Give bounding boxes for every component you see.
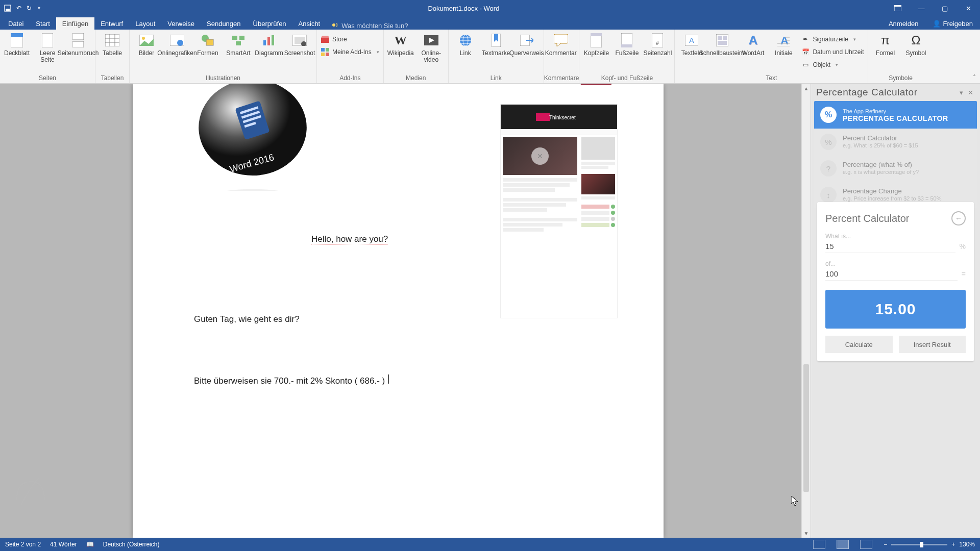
doc-text-bitte: Bitte überweisen sie 700.- mit 2% Skonto… (194, 374, 389, 386)
web-layout-view[interactable] (860, 540, 872, 549)
group-kommentare: Kommentar Kommentare (544, 30, 580, 83)
textmarke-button[interactable]: Textmarke (482, 32, 510, 71)
save-icon[interactable] (4, 5, 11, 12)
ribbon-display-options-icon[interactable] (886, 0, 910, 16)
calculate-button[interactable]: Calculate (825, 336, 893, 353)
back-button[interactable]: ← (951, 211, 966, 226)
percent-suffix: % (960, 242, 966, 251)
group-label: Seiten (0, 73, 95, 83)
meine-addins-button[interactable]: Meine Add-Ins▾ (320, 46, 380, 58)
svg-rect-3 (894, 5, 901, 7)
tab-layout[interactable]: Layout (129, 17, 161, 30)
svg-rect-48 (723, 36, 727, 40)
close-button[interactable]: ✕ (957, 0, 980, 16)
zoom-out-button[interactable]: − (884, 541, 887, 548)
wikipedia-button[interactable]: WWikipedia (387, 32, 414, 71)
tab-start[interactable]: Start (30, 17, 56, 30)
tab-datei[interactable]: Datei (2, 17, 30, 30)
svg-rect-49 (718, 41, 727, 45)
read-mode-view[interactable] (813, 540, 825, 549)
sign-in-button[interactable]: Anmelden (881, 18, 926, 30)
equals-suffix: = (962, 270, 966, 278)
insert-result-button[interactable]: Insert Result (899, 336, 966, 353)
zoom-slider[interactable] (891, 544, 947, 545)
screenshot-button[interactable]: Screenshot (286, 32, 313, 71)
store-icon (321, 35, 329, 43)
svg-rect-28 (326, 48, 329, 52)
kopfzeile-button[interactable]: Kopfzeile (582, 32, 610, 71)
svg-rect-17 (232, 36, 237, 40)
spellcheck-icon[interactable]: 📖 (86, 541, 94, 548)
wordart-button[interactable]: AWordArt (739, 32, 767, 71)
scroll-down-arrow[interactable]: ▼ (802, 529, 811, 538)
smartart-button[interactable]: SmartArt (225, 32, 252, 71)
deckblatt-button[interactable]: Deckblatt (3, 32, 31, 71)
group-seiten: Deckblatt Leere Seite Seitenumbruch Seit… (0, 30, 95, 83)
print-layout-view[interactable] (837, 540, 849, 549)
fusszeile-button[interactable]: Fußzeile (613, 32, 641, 71)
seitenzahl-button[interactable]: #Seitenzahl (644, 32, 671, 71)
option-what-percent-of[interactable]: ? Percentage (what % of)e.g. x is what p… (814, 155, 977, 182)
whatis-input[interactable] (825, 240, 955, 253)
thinksecret-logo (536, 113, 582, 121)
redo-icon[interactable]: ↻ (27, 5, 32, 12)
ribbon: Deckblatt Leere Seite Seitenumbruch Seit… (0, 30, 980, 84)
zoom-level[interactable]: 130% (959, 541, 975, 548)
tab-ansicht[interactable]: Ansicht (292, 17, 327, 30)
status-language[interactable]: Deutsch (Österreich) (103, 541, 160, 548)
undo-icon[interactable]: ↶ (16, 5, 21, 12)
pane-close-icon[interactable]: ✕ (966, 89, 975, 96)
objekt-button[interactable]: ▭Objekt▾ (800, 59, 865, 70)
pane-options-icon[interactable]: ▾ (957, 89, 966, 96)
onlinevideo-button[interactable]: Online-video (418, 32, 445, 71)
scroll-thumb[interactable] (803, 364, 809, 492)
tab-entwurf[interactable]: Entwurf (94, 17, 129, 30)
tabelle-button[interactable]: Tabelle (99, 32, 126, 71)
tab-einfuegen[interactable]: Einfügen (56, 17, 94, 30)
svg-text:#: # (656, 40, 659, 46)
store-button[interactable]: Store (320, 34, 380, 45)
option-percent-calculator[interactable]: % Percent Calculatore.g. What is 25% of … (814, 129, 977, 155)
initiale-button[interactable]: AInitiale (770, 32, 797, 71)
qat-dropdown-icon[interactable]: ▼ (37, 6, 41, 11)
svg-rect-1 (6, 9, 10, 11)
schnellbausteine-button[interactable]: Schnellbausteine (708, 32, 736, 71)
document-area[interactable]: Word 2016 Hello, how are you? Guten Tag,… (0, 84, 801, 538)
svg-rect-41 (621, 44, 632, 47)
kommentar-button[interactable]: Kommentar (547, 32, 575, 71)
status-words[interactable]: 41 Wörter (50, 541, 77, 548)
svg-rect-29 (321, 53, 325, 56)
group-medien: WWikipedia Online-video Medien (384, 30, 449, 83)
onlinegrafiken-button[interactable]: Onlinegrafiken (163, 32, 191, 71)
svg-point-12 (142, 37, 145, 40)
maximize-button[interactable]: ▢ (933, 0, 957, 16)
symbol-button[interactable]: ΩSymbol (902, 32, 929, 71)
collapse-ribbon-icon[interactable]: ˄ (973, 74, 976, 81)
minimize-button[interactable]: — (910, 0, 933, 16)
tab-verweise[interactable]: Verweise (161, 17, 201, 30)
scroll-up-arrow[interactable]: ▲ (802, 84, 811, 93)
status-page[interactable]: Seite 2 von 2 (5, 541, 41, 548)
zoom-in-button[interactable]: + (951, 541, 955, 548)
bilder-button[interactable]: Bilder (133, 32, 160, 71)
tell-me-search[interactable]: Was möchten Sie tun? (331, 22, 408, 30)
link-button[interactable]: Link (452, 32, 479, 71)
tab-ueberpruefen[interactable]: Überprüfen (247, 17, 292, 30)
share-button[interactable]: 👤Freigeben (925, 18, 980, 30)
formel-button[interactable]: πFormel (871, 32, 899, 71)
svg-rect-7 (42, 33, 53, 47)
tell-me-placeholder: Was möchten Sie tun? (341, 22, 408, 30)
querverweis-button[interactable]: Querverweis (513, 32, 541, 71)
seitenumbruch-button[interactable]: Seitenumbruch (64, 32, 92, 71)
svg-rect-22 (272, 35, 274, 45)
tab-sendungen[interactable]: Sendungen (201, 17, 247, 30)
vertical-scrollbar[interactable]: ▲ ▼ (801, 84, 811, 538)
title-bar: ↶ ↻ ▼ Dokument1.docx - Word — ▢ ✕ (0, 0, 980, 16)
group-tabellen: Tabelle Tabellen (95, 30, 130, 83)
datum-uhrzeit-button[interactable]: 📅Datum und Uhrzeit (800, 46, 865, 58)
diagramm-button[interactable]: Diagramm (255, 32, 283, 71)
signaturzeile-button[interactable]: ✒Signaturzeile▾ (800, 34, 865, 45)
svg-text:A: A (690, 36, 695, 44)
formen-button[interactable]: Formen (194, 32, 222, 71)
of-input[interactable] (825, 267, 958, 281)
